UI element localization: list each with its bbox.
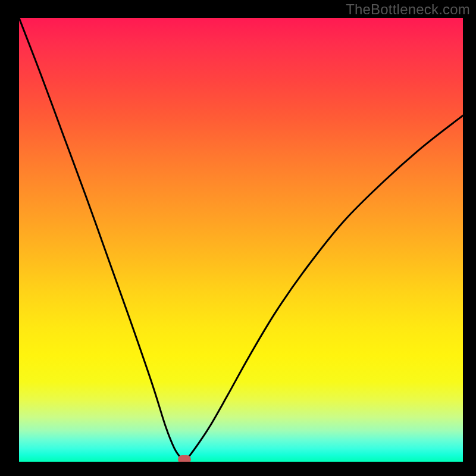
optimal-marker: [178, 455, 191, 462]
bottleneck-curve: [19, 18, 463, 462]
plot-area: [19, 18, 463, 462]
watermark-text: TheBottleneck.com: [346, 1, 470, 18]
chart-frame: TheBottleneck.com: [0, 0, 476, 476]
